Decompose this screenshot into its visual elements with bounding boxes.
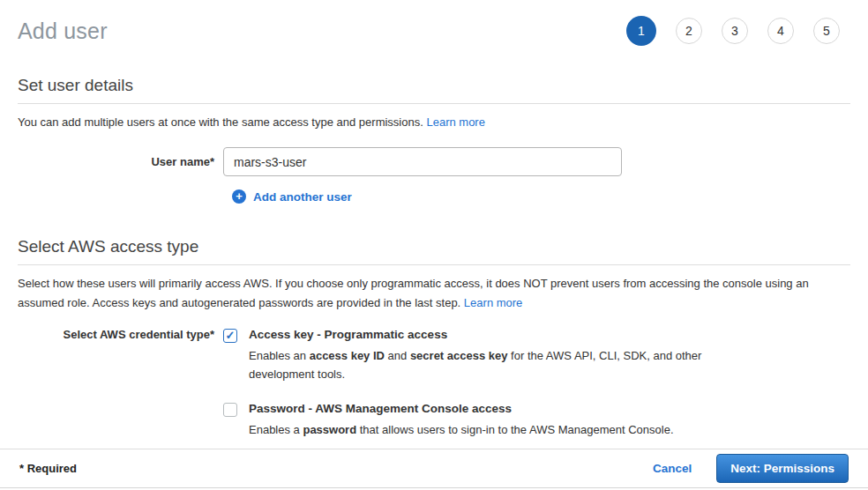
access-key-checkbox[interactable] (223, 329, 237, 343)
password-option-title: Password - AWS Management Console access (249, 402, 674, 415)
access-type-description: Select how these users will primarily ac… (18, 274, 850, 313)
learn-more-link-access-type[interactable]: Learn more (464, 296, 522, 309)
option-access-key: Access key - Programmatic access Enables… (223, 328, 730, 383)
username-row: User name* (18, 147, 850, 176)
page-title: Add user (18, 19, 108, 44)
step-indicator-1: 1 (626, 16, 656, 46)
step-indicator-3: 3 (722, 18, 748, 44)
page-header: Add user 1 2 3 4 5 (18, 12, 850, 49)
section-access-type: Select AWS access type Select how these … (18, 237, 850, 439)
wizard-footer: * Required Cancel Next: Permissions (0, 449, 868, 488)
plus-circle-icon (232, 189, 246, 204)
password-checkbox[interactable] (223, 403, 237, 417)
access-key-option-description: Enables an access key ID and secret acce… (249, 346, 730, 383)
username-input[interactable] (223, 147, 622, 176)
username-label: User name* (18, 155, 223, 168)
section-user-details: Set user details You can add multiple us… (18, 76, 850, 204)
password-option-description: Enables a password that allows users to … (249, 420, 674, 439)
credential-type-label: Select AWS credential type* (18, 328, 223, 439)
step-indicator-5: 5 (813, 18, 840, 44)
required-note: * Required (19, 462, 77, 475)
user-details-description: You can add multiple users at once with … (18, 113, 850, 132)
learn-more-link-user-details[interactable]: Learn more (426, 115, 484, 129)
credential-type-row: Select AWS credential type* Access key -… (18, 328, 850, 439)
access-key-option-title: Access key - Programmatic access (249, 328, 730, 341)
step-indicator-2: 2 (676, 18, 702, 44)
wizard-steps: 1 2 3 4 5 (626, 16, 840, 46)
cancel-button[interactable]: Cancel (653, 462, 692, 475)
next-permissions-button[interactable]: Next: Permissions (716, 454, 849, 483)
section-heading-user-details: Set user details (18, 76, 850, 104)
step-indicator-4: 4 (767, 18, 794, 44)
add-another-user-link[interactable]: Add another user (232, 189, 352, 204)
option-password: Password - AWS Management Console access… (223, 402, 730, 439)
section-heading-access-type: Select AWS access type (18, 237, 850, 265)
add-another-user-label: Add another user (253, 190, 352, 204)
